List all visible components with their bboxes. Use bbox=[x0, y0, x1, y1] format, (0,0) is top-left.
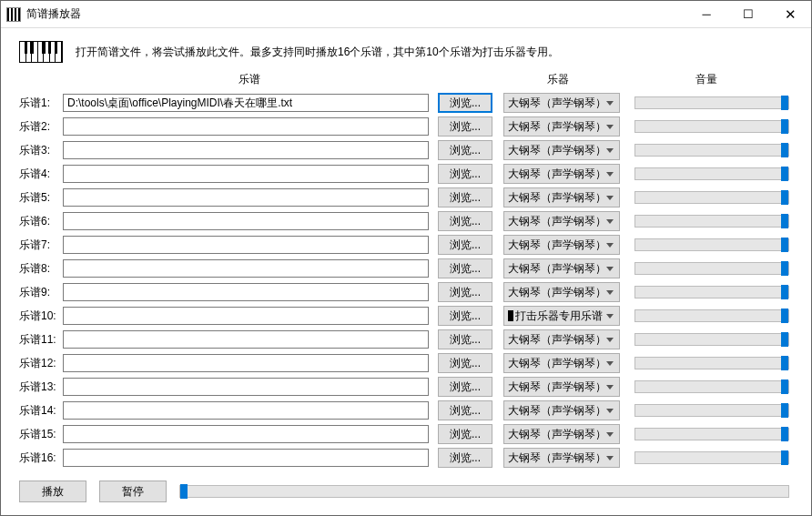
path-input[interactable] bbox=[63, 117, 429, 136]
instrument-select[interactable]: 大钢琴（声学钢琴） bbox=[503, 400, 620, 420]
instrument-select[interactable]: 大钢琴（声学钢琴） bbox=[503, 377, 620, 397]
close-button[interactable]: ✕ bbox=[769, 1, 811, 27]
volume-thumb[interactable] bbox=[781, 214, 788, 228]
maximize-button[interactable]: ☐ bbox=[727, 1, 769, 27]
volume-thumb[interactable] bbox=[781, 285, 788, 299]
volume-thumb[interactable] bbox=[781, 143, 788, 157]
instrument-select[interactable]: 大钢琴（声学钢琴） bbox=[503, 140, 620, 160]
volume-slider[interactable] bbox=[634, 357, 789, 369]
path-input[interactable] bbox=[63, 212, 429, 230]
path-input[interactable] bbox=[63, 283, 429, 301]
path-input[interactable] bbox=[63, 141, 429, 159]
path-input[interactable] bbox=[63, 401, 429, 420]
progress-thumb[interactable] bbox=[180, 484, 188, 499]
instrument-select[interactable]: 大钢琴（声学钢琴） bbox=[503, 258, 620, 278]
volume-slider[interactable] bbox=[634, 96, 789, 109]
pause-button[interactable]: 暂停 bbox=[99, 481, 167, 502]
path-input[interactable] bbox=[63, 449, 429, 467]
volume-thumb[interactable] bbox=[781, 356, 788, 370]
instrument-label: 大钢琴（声学钢琴） bbox=[508, 380, 603, 393]
volume-slider[interactable] bbox=[634, 120, 789, 133]
row-label: 乐谱11: bbox=[19, 332, 63, 348]
instrument-select[interactable]: 大钢琴（声学钢琴） bbox=[503, 353, 620, 373]
browse-button[interactable]: 浏览... bbox=[438, 211, 492, 231]
progress-slider[interactable] bbox=[179, 485, 789, 498]
path-input[interactable] bbox=[63, 425, 429, 443]
browse-button[interactable]: 浏览... bbox=[438, 306, 492, 326]
instrument-select[interactable]: 大钢琴（声学钢琴） bbox=[503, 211, 620, 231]
volume-slider[interactable] bbox=[634, 215, 789, 228]
volume-slider[interactable] bbox=[634, 404, 789, 417]
volume-slider[interactable] bbox=[634, 428, 789, 440]
column-headers: 乐谱 乐器 音量 bbox=[19, 72, 793, 87]
browse-button[interactable]: 浏览... bbox=[438, 282, 492, 302]
browse-button[interactable]: 浏览... bbox=[438, 140, 492, 160]
score-row: 乐谱2:浏览...大钢琴（声学钢琴） bbox=[19, 116, 793, 137]
volume-slider[interactable] bbox=[634, 451, 789, 464]
instrument-select[interactable]: 大钢琴（声学钢琴） bbox=[503, 329, 620, 349]
path-input[interactable] bbox=[63, 94, 429, 112]
instrument-label: 大钢琴（声学钢琴） bbox=[508, 428, 603, 440]
volume-slider[interactable] bbox=[634, 191, 789, 204]
instrument-select[interactable]: 大钢琴（声学钢琴） bbox=[503, 93, 620, 113]
browse-button[interactable]: 浏览... bbox=[438, 329, 492, 349]
browse-button[interactable]: 浏览... bbox=[438, 353, 492, 373]
volume-thumb[interactable] bbox=[781, 403, 788, 418]
volume-slider[interactable] bbox=[634, 286, 789, 298]
score-row: 乐谱12:浏览...大钢琴（声学钢琴） bbox=[19, 353, 793, 373]
path-input[interactable] bbox=[63, 188, 429, 207]
volume-thumb[interactable] bbox=[781, 379, 788, 394]
path-input[interactable] bbox=[63, 307, 429, 325]
minimize-button[interactable]: ─ bbox=[685, 1, 727, 27]
instrument-label: 大钢琴（声学钢琴） bbox=[508, 120, 603, 133]
instrument-select[interactable]: 大钢琴（声学钢琴） bbox=[503, 424, 620, 444]
volume-slider[interactable] bbox=[634, 167, 789, 180]
volume-slider[interactable] bbox=[634, 333, 789, 346]
score-row: 乐谱9:浏览...大钢琴（声学钢琴） bbox=[19, 282, 793, 302]
instrument-select[interactable]: 大钢琴（声学钢琴） bbox=[503, 164, 620, 184]
browse-button[interactable]: 浏览... bbox=[438, 258, 492, 278]
path-input[interactable] bbox=[63, 259, 429, 278]
path-input[interactable] bbox=[63, 165, 429, 183]
row-label: 乐谱12: bbox=[19, 356, 63, 371]
volume-slider[interactable] bbox=[634, 238, 789, 251]
volume-thumb[interactable] bbox=[781, 96, 788, 110]
score-row: 乐谱4:浏览...大钢琴（声学钢琴） bbox=[19, 164, 793, 184]
volume-thumb[interactable] bbox=[781, 450, 788, 465]
instrument-select[interactable]: 大钢琴（声学钢琴） bbox=[503, 235, 620, 255]
volume-thumb[interactable] bbox=[781, 427, 788, 441]
play-button[interactable]: 播放 bbox=[19, 481, 86, 502]
volume-slider[interactable] bbox=[634, 144, 789, 157]
volume-thumb[interactable] bbox=[781, 167, 788, 181]
browse-button[interactable]: 浏览... bbox=[438, 93, 492, 113]
volume-thumb[interactable] bbox=[781, 238, 788, 252]
path-input[interactable] bbox=[63, 354, 429, 372]
volume-thumb[interactable] bbox=[781, 332, 788, 347]
volume-thumb[interactable] bbox=[781, 190, 788, 205]
volume-slider[interactable] bbox=[634, 380, 789, 393]
volume-thumb[interactable] bbox=[781, 119, 788, 134]
content-area: 打开简谱文件，将尝试播放此文件。最多支持同时播放16个乐谱，其中第10个乐谱为打… bbox=[1, 28, 811, 515]
instrument-select[interactable]: 打击乐器专用乐谱 bbox=[503, 306, 620, 326]
instrument-select[interactable]: 大钢琴（声学钢琴） bbox=[503, 448, 620, 468]
browse-button[interactable]: 浏览... bbox=[438, 164, 492, 184]
browse-button[interactable]: 浏览... bbox=[438, 400, 492, 420]
instrument-select[interactable]: 大钢琴（声学钢琴） bbox=[503, 116, 620, 137]
browse-button[interactable]: 浏览... bbox=[438, 448, 492, 468]
instrument-select[interactable]: 大钢琴（声学钢琴） bbox=[503, 187, 620, 207]
path-input[interactable] bbox=[63, 236, 429, 254]
browse-button[interactable]: 浏览... bbox=[438, 187, 492, 207]
window-buttons: ─ ☐ ✕ bbox=[685, 1, 811, 27]
volume-thumb[interactable] bbox=[781, 261, 788, 276]
volume-slider[interactable] bbox=[634, 309, 789, 322]
browse-button[interactable]: 浏览... bbox=[438, 235, 492, 255]
volume-thumb[interactable] bbox=[781, 309, 788, 323]
volume-slider[interactable] bbox=[634, 262, 789, 275]
instrument-select[interactable]: 大钢琴（声学钢琴） bbox=[503, 282, 620, 302]
path-input[interactable] bbox=[63, 378, 429, 396]
browse-button[interactable]: 浏览... bbox=[438, 424, 492, 444]
browse-button[interactable]: 浏览... bbox=[438, 116, 492, 137]
instrument-label: 大钢琴（声学钢琴） bbox=[508, 451, 603, 464]
browse-button[interactable]: 浏览... bbox=[438, 377, 492, 397]
path-input[interactable] bbox=[63, 330, 429, 349]
